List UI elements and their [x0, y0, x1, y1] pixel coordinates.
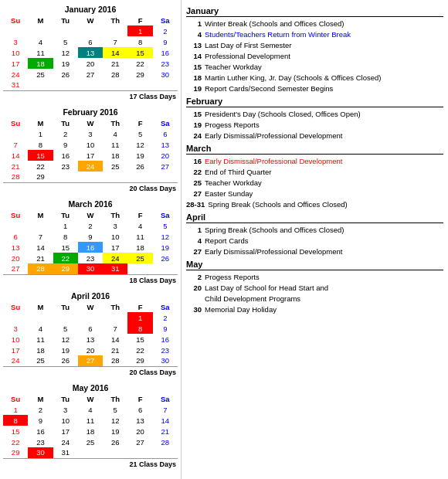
- event-month-title: May: [186, 260, 443, 270]
- calendar-cell: [3, 312, 28, 323]
- calendar-cell: 11: [28, 47, 53, 58]
- calendar-cell: 28: [153, 437, 178, 447]
- calendar-cell: 21: [153, 426, 178, 437]
- event-description: Report Cards: [205, 236, 443, 246]
- calendar-day-header: Tu: [53, 394, 78, 404]
- calendar-cell: 12: [103, 415, 127, 426]
- events-right-panel: January1Winter Break (Schools and Office…: [182, 0, 448, 479]
- event-description: Students/Teachers Return from Winter Bre…: [205, 29, 443, 39]
- calendar-cell: 2: [78, 220, 103, 231]
- event-day: 16: [186, 156, 202, 166]
- calendar-cell: 16: [78, 242, 103, 253]
- event-day: 24: [186, 131, 202, 141]
- calendar-cell: 8: [127, 323, 152, 334]
- event-day: 19: [186, 83, 202, 93]
- calendar-cell: [103, 312, 127, 323]
- event-row: 16Early Dismissal/Professional Developme…: [186, 156, 443, 166]
- event-description: President's Day (Schools Closed, Offices…: [205, 109, 443, 119]
- calendar-cell: [153, 172, 178, 182]
- calendar-day-header: Tu: [53, 302, 78, 312]
- event-day: 25: [186, 178, 202, 188]
- event-row: 4Report Cards: [186, 236, 443, 246]
- calendar-cell: 31: [53, 447, 78, 458]
- calendar-cell: [28, 220, 53, 231]
- calendar-cell: 9: [53, 139, 78, 150]
- calendar-day-header: Sa: [153, 118, 178, 128]
- event-day: 4: [186, 236, 202, 246]
- calendar-day-header: W: [78, 302, 103, 312]
- calendar-day-header: Su: [3, 15, 28, 25]
- calendar-cell: 23: [153, 58, 178, 69]
- calendar-cell: 27: [78, 355, 103, 366]
- event-description: Winter Break (Schools and Offices Closed…: [205, 19, 443, 29]
- calendar-cell: 12: [153, 231, 178, 242]
- event-month-title: February: [186, 97, 443, 107]
- calendar-cell: 6: [153, 128, 178, 139]
- event-row: 15President's Day (Schools Closed, Offic…: [186, 109, 443, 119]
- calendar-cell: 27: [153, 161, 178, 172]
- class-days-label: 20 Class Days: [3, 366, 178, 377]
- calendar-cell: 14: [103, 334, 127, 345]
- event-description: Professional Development: [205, 51, 443, 61]
- calendar-cell: [3, 220, 28, 231]
- calendar-cell: 1: [127, 312, 152, 323]
- calendar-cell: 1: [3, 404, 28, 415]
- calendar-cell: 20: [78, 58, 103, 69]
- calendar-cell: 11: [28, 334, 53, 345]
- class-days-label: 21 Class Days: [3, 458, 178, 469]
- calendar-cell: [78, 312, 103, 323]
- event-row: 15Teacher Workday: [186, 62, 443, 72]
- event-month-title: March: [186, 144, 443, 155]
- calendar-day-header: Th: [103, 210, 127, 220]
- calendar-cell: [3, 25, 28, 36]
- calendar-cell: 21: [103, 58, 127, 69]
- event-day: [186, 294, 202, 304]
- event-description: Martin Luther King, Jr. Day (Schools & O…: [205, 73, 443, 83]
- calendar-cell: 29: [127, 69, 152, 80]
- calendar-cell: [127, 447, 152, 458]
- calendar-day-header: Tu: [53, 15, 78, 25]
- calendar-cell: 26: [53, 355, 78, 366]
- event-row: 24Early Dismissal/Professional Developme…: [186, 131, 443, 141]
- calendar-cell: 13: [78, 334, 103, 345]
- calendar-cell: 26: [53, 69, 78, 80]
- calendar-cell: 19: [53, 345, 78, 355]
- event-day: 4: [186, 29, 202, 39]
- calendar-cell: 24: [3, 355, 28, 366]
- calendar-cell: 1: [53, 220, 78, 231]
- calendar-cell: 2: [153, 25, 178, 36]
- calendar-cell: 13: [127, 415, 152, 426]
- calendar-cell: 4: [28, 323, 53, 334]
- calendar-cell: 1: [28, 128, 53, 139]
- calendar-cell: 27: [3, 263, 28, 274]
- calendar-cell: 3: [78, 128, 103, 139]
- calendar-cell: 25: [28, 355, 53, 366]
- calendar-cell: 18: [127, 242, 152, 253]
- calendar-cell: 8: [3, 415, 28, 426]
- calendar-cell: 11: [103, 139, 127, 150]
- event-row: 27Easter Sunday: [186, 189, 443, 199]
- calendar-cell: [78, 25, 103, 36]
- event-description: Early Dismissal/Professional Development: [205, 156, 443, 166]
- calendar-cell: 20: [127, 426, 152, 437]
- event-row: 1Winter Break (Schools and Offices Close…: [186, 19, 443, 29]
- calendar-cell: 4: [127, 220, 152, 231]
- calendar-cell: 7: [103, 36, 127, 47]
- calendar-cell: 16: [153, 334, 178, 345]
- calendar-cell: [53, 312, 78, 323]
- calendar-cell: [53, 80, 78, 90]
- calendar-cell: 10: [3, 47, 28, 58]
- calendar-day-header: Su: [3, 210, 28, 220]
- calendar-cell: 11: [127, 231, 152, 242]
- calendar-cell: 15: [3, 426, 28, 437]
- calendar-cell: 8: [28, 139, 53, 150]
- calendar-cell: 28: [3, 172, 28, 182]
- calendar-cell: 12: [127, 139, 152, 150]
- month-block: March 2016SuMTuWThFSa1234567891011121314…: [3, 199, 178, 285]
- event-day: 2: [186, 272, 202, 282]
- month-block: February 2016SuMTuWThFSa1234567891011121…: [3, 107, 178, 193]
- month-title: January 2016: [3, 5, 178, 14]
- calendar-cell: 29: [53, 263, 78, 274]
- month-title: March 2016: [3, 199, 178, 209]
- calendar-cell: 30: [28, 447, 53, 458]
